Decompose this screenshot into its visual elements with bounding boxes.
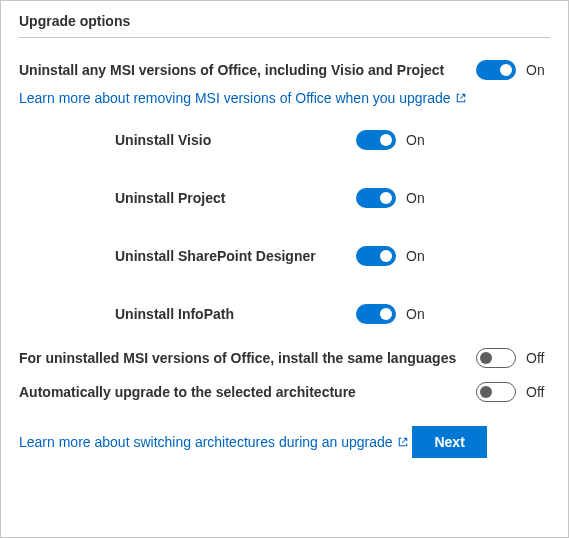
uninstall-project-state: On bbox=[406, 190, 430, 206]
uninstall-visio-toggle-wrap: On bbox=[356, 130, 430, 150]
same-languages-toggle-wrap: Off bbox=[476, 348, 550, 368]
uninstall-project-toggle[interactable] bbox=[356, 188, 396, 208]
auto-upgrade-state: Off bbox=[526, 384, 550, 400]
same-languages-state: Off bbox=[526, 350, 550, 366]
same-languages-label: For uninstalled MSI versions of Office, … bbox=[19, 350, 476, 366]
sub-options-group: Uninstall Visio On Uninstall Project On … bbox=[19, 130, 550, 324]
uninstall-spdesigner-toggle[interactable] bbox=[356, 246, 396, 266]
learn-more-arch-link[interactable]: Learn more about switching architectures… bbox=[19, 434, 409, 450]
uninstall-infopath-toggle[interactable] bbox=[356, 304, 396, 324]
auto-upgrade-toggle-wrap: Off bbox=[476, 382, 550, 402]
uninstall-project-label: Uninstall Project bbox=[115, 190, 225, 206]
auto-upgrade-row: Automatically upgrade to the selected ar… bbox=[19, 382, 550, 402]
uninstall-infopath-state: On bbox=[406, 306, 430, 322]
auto-upgrade-label: Automatically upgrade to the selected ar… bbox=[19, 384, 476, 400]
uninstall-visio-state: On bbox=[406, 132, 430, 148]
upgrade-options-panel: Upgrade options Uninstall any MSI versio… bbox=[0, 0, 569, 538]
uninstall-spdesigner-label: Uninstall SharePoint Designer bbox=[115, 248, 316, 264]
uninstall-infopath-label: Uninstall InfoPath bbox=[115, 306, 234, 322]
learn-more-msi-text: Learn more about removing MSI versions o… bbox=[19, 90, 451, 106]
same-languages-toggle[interactable] bbox=[476, 348, 516, 368]
uninstall-msi-row: Uninstall any MSI versions of Office, in… bbox=[19, 60, 550, 80]
uninstall-infopath-row: Uninstall InfoPath On bbox=[115, 304, 430, 324]
uninstall-visio-label: Uninstall Visio bbox=[115, 132, 211, 148]
uninstall-visio-row: Uninstall Visio On bbox=[115, 130, 430, 150]
uninstall-msi-state: On bbox=[526, 62, 550, 78]
uninstall-visio-toggle[interactable] bbox=[356, 130, 396, 150]
learn-more-arch-text: Learn more about switching architectures… bbox=[19, 434, 393, 450]
uninstall-spdesigner-row: Uninstall SharePoint Designer On bbox=[115, 246, 430, 266]
uninstall-msi-toggle[interactable] bbox=[476, 60, 516, 80]
uninstall-project-toggle-wrap: On bbox=[356, 188, 430, 208]
uninstall-infopath-toggle-wrap: On bbox=[356, 304, 430, 324]
uninstall-msi-toggle-wrap: On bbox=[476, 60, 550, 80]
uninstall-msi-label: Uninstall any MSI versions of Office, in… bbox=[19, 62, 476, 78]
learn-more-msi-link[interactable]: Learn more about removing MSI versions o… bbox=[19, 90, 467, 106]
title-divider bbox=[19, 37, 550, 38]
same-languages-row: For uninstalled MSI versions of Office, … bbox=[19, 348, 550, 368]
uninstall-project-row: Uninstall Project On bbox=[115, 188, 430, 208]
next-button[interactable]: Next bbox=[412, 426, 486, 458]
auto-upgrade-toggle[interactable] bbox=[476, 382, 516, 402]
uninstall-spdesigner-toggle-wrap: On bbox=[356, 246, 430, 266]
external-link-icon bbox=[397, 436, 409, 448]
external-link-icon bbox=[455, 92, 467, 104]
uninstall-spdesigner-state: On bbox=[406, 248, 430, 264]
page-title: Upgrade options bbox=[19, 13, 550, 37]
